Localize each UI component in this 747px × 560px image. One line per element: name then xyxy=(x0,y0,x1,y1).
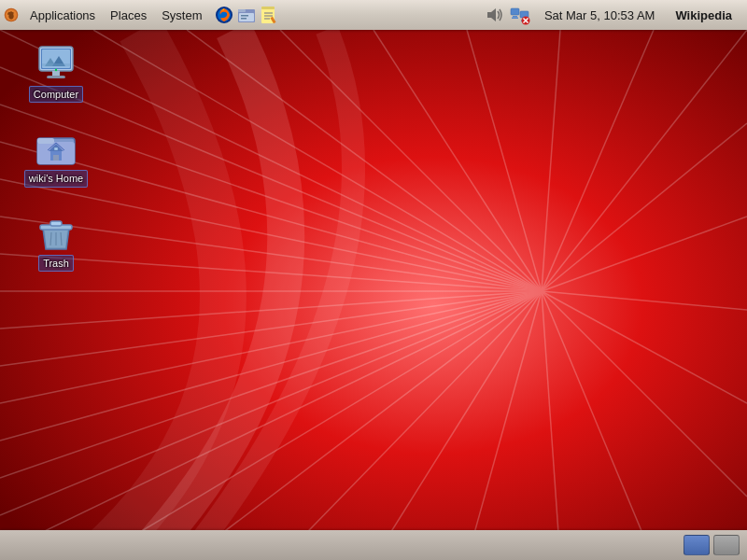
system-menu[interactable]: System xyxy=(154,0,209,30)
svg-rect-47 xyxy=(239,13,254,21)
svg-line-17 xyxy=(187,30,542,291)
svg-rect-80 xyxy=(53,155,59,161)
svg-point-71 xyxy=(55,69,57,71)
svg-line-9 xyxy=(0,291,542,329)
svg-line-15 xyxy=(0,291,542,553)
svg-line-26 xyxy=(542,291,747,310)
desktop-wallpaper xyxy=(0,0,747,560)
svg-rect-69 xyxy=(52,71,60,76)
svg-point-41 xyxy=(12,12,14,14)
bottom-taskbar xyxy=(0,530,747,560)
svg-line-12 xyxy=(0,291,542,441)
svg-rect-49 xyxy=(241,18,247,20)
computer-icon-label: Computer xyxy=(29,86,83,103)
svg-rect-58 xyxy=(513,16,517,18)
svg-line-31 xyxy=(280,291,542,560)
volume-icon[interactable] xyxy=(483,4,505,26)
svg-line-28 xyxy=(542,291,747,497)
svg-line-23 xyxy=(542,30,747,291)
svg-marker-56 xyxy=(487,8,496,21)
svg-line-11 xyxy=(0,291,542,403)
svg-rect-74 xyxy=(42,63,70,66)
home-icon[interactable]: wiki's Home xyxy=(19,121,93,190)
svg-line-20 xyxy=(467,30,542,291)
active-window-label[interactable]: Wikipedia xyxy=(668,8,740,22)
svg-line-33 xyxy=(467,291,542,560)
svg-line-25 xyxy=(542,217,747,291)
applications-label: Applications xyxy=(30,8,95,22)
svg-rect-83 xyxy=(54,147,58,150)
svg-line-19 xyxy=(374,30,542,291)
taskbar-button-1[interactable] xyxy=(684,535,710,555)
svg-line-22 xyxy=(542,30,654,291)
active-window-text: Wikipedia xyxy=(675,8,732,22)
svg-line-29 xyxy=(93,291,542,560)
taskbar-window-buttons xyxy=(684,535,740,555)
svg-rect-77 xyxy=(37,138,54,144)
places-menu[interactable]: Places xyxy=(103,0,154,30)
svg-rect-51 xyxy=(261,7,275,9)
svg-line-14 xyxy=(0,291,542,515)
svg-line-10 xyxy=(0,291,542,366)
svg-rect-70 xyxy=(47,76,65,78)
applications-menu[interactable]: Applications xyxy=(22,0,103,30)
svg-line-16 xyxy=(93,30,542,291)
svg-line-21 xyxy=(542,30,560,291)
svg-line-30 xyxy=(187,291,542,560)
svg-line-32 xyxy=(374,291,542,560)
svg-rect-48 xyxy=(241,15,248,17)
top-panel: Applications Places System xyxy=(0,0,747,30)
computer-icon[interactable]: Computer xyxy=(19,37,93,106)
trash-icon-label: Trash xyxy=(38,255,74,272)
svg-line-27 xyxy=(542,291,747,403)
gnome-logo-icon[interactable] xyxy=(0,4,22,26)
svg-line-35 xyxy=(542,291,654,560)
trash-icon[interactable]: Trash xyxy=(19,206,93,275)
system-label: System xyxy=(162,8,202,22)
trash-icon-img xyxy=(34,210,78,255)
network-icon[interactable] xyxy=(509,4,531,26)
panel-right: Sat Mar 5, 10:53 AM Wikipedia xyxy=(483,4,747,26)
svg-rect-85 xyxy=(50,221,62,226)
svg-rect-46 xyxy=(238,9,246,12)
firefox-launcher-icon[interactable] xyxy=(213,4,235,26)
file-manager-icon[interactable] xyxy=(235,4,258,26)
svg-point-42 xyxy=(7,13,9,15)
svg-line-34 xyxy=(542,291,560,560)
svg-rect-57 xyxy=(511,8,519,15)
computer-icon-img xyxy=(34,41,78,86)
places-label: Places xyxy=(110,8,147,22)
desktop: Applications Places System xyxy=(0,0,747,560)
svg-rect-59 xyxy=(512,18,518,20)
svg-line-13 xyxy=(0,291,542,478)
home-icon-img xyxy=(34,125,78,170)
svg-line-24 xyxy=(542,123,747,291)
svg-rect-0 xyxy=(0,30,747,560)
panel-left: Applications Places System xyxy=(0,0,483,30)
notes-icon[interactable] xyxy=(258,4,280,26)
clock-display: Sat Mar 5, 10:53 AM xyxy=(544,8,655,22)
clock[interactable]: Sat Mar 5, 10:53 AM xyxy=(535,8,665,22)
taskbar-button-2[interactable] xyxy=(713,535,740,555)
desktop-icons-area: Computer wiki's Home xyxy=(19,37,93,275)
svg-line-18 xyxy=(280,30,542,291)
home-icon-label: wiki's Home xyxy=(24,170,88,187)
